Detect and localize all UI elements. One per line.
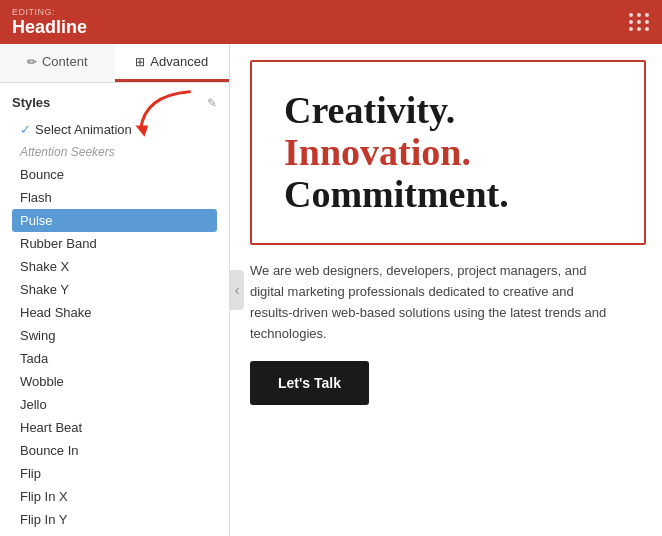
main-area: ✏ Content ⊞ Advanced Styles ✎ — [0, 44, 662, 536]
hero-title: Creativity. Innovation. Commitment. — [284, 90, 612, 215]
list-item-flip-in-y[interactable]: Flip In Y — [12, 508, 217, 531]
hero-content: Creativity. Innovation. Commitment. — [250, 60, 646, 245]
tab-content-label: Content — [42, 54, 88, 69]
list-item-select-animation[interactable]: Select Animation — [12, 118, 217, 141]
top-bar-left: EDITING: Headline — [12, 7, 87, 38]
category-attention-seekers: Attention Seekers — [12, 141, 217, 163]
top-bar: EDITING: Headline — [0, 0, 662, 44]
styles-label: Styles — [12, 95, 50, 110]
advanced-tab-icon: ⊞ — [135, 55, 145, 69]
tab-content[interactable]: ✏ Content — [0, 44, 115, 82]
styles-edit-icon[interactable]: ✎ — [207, 96, 217, 110]
list-item-head-shake[interactable]: Head Shake — [12, 301, 217, 324]
dots-menu-icon[interactable] — [629, 13, 650, 31]
right-panel: Creativity. Innovation. Commitment. We a… — [230, 44, 662, 536]
list-item-wobble[interactable]: Wobble — [12, 370, 217, 393]
list-item-flip[interactable]: Flip — [12, 462, 217, 485]
panel-content: Styles ✎ Select Animation Attention Seek… — [0, 83, 229, 536]
tab-advanced-label: Advanced — [150, 54, 208, 69]
collapse-handle[interactable] — [230, 270, 244, 310]
list-item-rubber-band[interactable]: Rubber Band — [12, 232, 217, 255]
list-item-bounce[interactable]: Bounce — [12, 163, 217, 186]
list-item-pulse[interactable]: Pulse — [12, 209, 217, 232]
list-item-flash[interactable]: Flash — [12, 186, 217, 209]
list-item-jello[interactable]: Jello — [12, 393, 217, 416]
list-item-shake-y[interactable]: Shake Y — [12, 278, 217, 301]
hero-line1: Creativity. — [284, 89, 455, 131]
styles-header: Styles ✎ — [12, 95, 217, 110]
list-item-heart-beat[interactable]: Heart Beat — [12, 416, 217, 439]
list-item-light-speed-in-left[interactable]: Light Speed In Left — [12, 531, 217, 536]
content-tab-icon: ✏ — [27, 55, 37, 69]
list-item-shake-x[interactable]: Shake X — [12, 255, 217, 278]
headline-title: Headline — [12, 17, 87, 38]
animation-list: Select Animation Attention Seekers Bounc… — [12, 118, 217, 536]
editing-label: EDITING: — [12, 7, 87, 17]
hero-line3: Commitment. — [284, 173, 509, 215]
left-panel: ✏ Content ⊞ Advanced Styles ✎ — [0, 44, 230, 536]
list-item-tada[interactable]: Tada — [12, 347, 217, 370]
tab-advanced[interactable]: ⊞ Advanced — [115, 44, 230, 82]
list-item-bounce-in[interactable]: Bounce In — [12, 439, 217, 462]
hero-description: We are web designers, developers, projec… — [250, 261, 610, 344]
hero-line2: Innovation. — [284, 131, 471, 173]
list-item-swing[interactable]: Swing — [12, 324, 217, 347]
cta-button[interactable]: Let's Talk — [250, 361, 369, 405]
tabs: ✏ Content ⊞ Advanced — [0, 44, 229, 83]
list-item-flip-in-x[interactable]: Flip In X — [12, 485, 217, 508]
